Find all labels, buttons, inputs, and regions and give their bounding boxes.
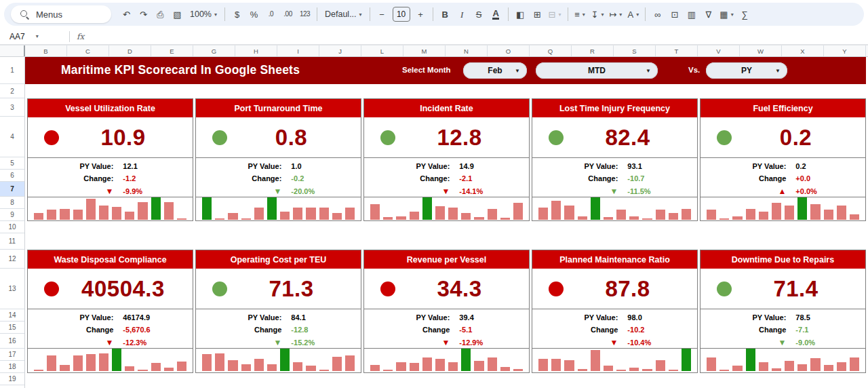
kpi-value-cell[interactable]: 34.3 bbox=[364, 269, 529, 309]
table-views-button[interactable]: ▦▾ bbox=[717, 5, 736, 23]
month-dropdown[interactable]: Feb ▼ bbox=[463, 62, 527, 79]
column-header-S[interactable]: S bbox=[614, 45, 656, 56]
insert-chart-button[interactable]: ▥ bbox=[683, 5, 700, 23]
kpi-stats-cell[interactable]: PY Value:93.1Change:-10.7▼-11.5% bbox=[532, 158, 697, 197]
kpi-card[interactable]: Vessel Utilization Rate10.9PY Value:12.1… bbox=[27, 98, 193, 221]
column-header-G[interactable]: G bbox=[193, 45, 235, 56]
menus-search[interactable]: Menus bbox=[11, 5, 111, 23]
kpi-card-title-cell[interactable]: Port Turnaround Time bbox=[196, 99, 361, 117]
kpi-value-cell[interactable]: 40504.3 bbox=[28, 269, 193, 309]
increase-font-size-button[interactable]: + bbox=[412, 5, 429, 23]
row-header-1[interactable]: 1 bbox=[0, 57, 24, 84]
insert-link-button[interactable]: ∞ bbox=[649, 5, 666, 23]
row-header-2[interactable]: 2 bbox=[0, 84, 24, 98]
decrease-font-size-button[interactable]: − bbox=[374, 5, 391, 23]
kpi-value-cell[interactable]: 87.8 bbox=[532, 269, 697, 309]
kpi-card-title-cell[interactable]: Vessel Utilization Rate bbox=[28, 99, 193, 117]
kpi-card-title-cell[interactable]: Waste Disposal Compliance bbox=[28, 250, 193, 269]
text-color-button[interactable]: A bbox=[488, 5, 505, 23]
row-header-14[interactable]: 14 bbox=[0, 309, 24, 322]
print-button[interactable]: ⎙ bbox=[152, 5, 169, 23]
horizontal-align-button[interactable]: ≡▾ bbox=[572, 5, 589, 23]
row-header-6[interactable]: 6 bbox=[0, 170, 24, 182]
kpi-card[interactable]: Downtime Due to Repairs71.4PY Value:78.5… bbox=[700, 250, 866, 373]
row-header-10[interactable]: 10 bbox=[0, 221, 24, 233]
increase-decimals-button[interactable]: .00 bbox=[279, 5, 296, 23]
fill-color-button[interactable]: ◧ bbox=[512, 5, 529, 23]
select-all-corner[interactable] bbox=[0, 45, 25, 56]
column-header-J[interactable]: J bbox=[319, 45, 361, 56]
row-header-7[interactable]: 7 bbox=[0, 182, 24, 197]
kpi-value-cell[interactable]: 0.2 bbox=[701, 117, 865, 158]
column-header-B[interactable]: B bbox=[25, 45, 67, 56]
zoom-select[interactable]: 100%▾ bbox=[186, 5, 221, 23]
create-filter-button[interactable]: ∇ bbox=[700, 5, 717, 23]
kpi-stats-cell[interactable]: PY Value:78.5Change-7.1▼-9.0% bbox=[701, 309, 865, 349]
column-header-O[interactable]: O bbox=[488, 45, 530, 56]
column-header-Q[interactable]: Q bbox=[530, 45, 572, 56]
kpi-card[interactable]: Port Turnaround Time0.8PY Value:1.0Chang… bbox=[195, 98, 361, 221]
row-header-17[interactable]: 17 bbox=[0, 349, 24, 361]
kpi-value-cell[interactable]: 12.8 bbox=[364, 117, 529, 158]
more-formats-button[interactable]: 123 bbox=[296, 5, 313, 23]
row-header-16[interactable]: 16 bbox=[0, 334, 24, 349]
column-header-C[interactable]: C bbox=[67, 45, 109, 56]
font-select[interactable]: Defaul...▾ bbox=[321, 5, 366, 23]
kpi-value-cell[interactable]: 82.4 bbox=[532, 117, 697, 158]
undo-button[interactable]: ↶ bbox=[118, 5, 135, 23]
kpi-stats-cell[interactable]: PY Value:1.0Change:-0.2▼-20.0% bbox=[196, 158, 361, 197]
row-header-19[interactable]: 19 bbox=[0, 373, 24, 385]
column-header-T[interactable]: T bbox=[656, 45, 698, 56]
column-header-X[interactable]: X bbox=[782, 45, 824, 56]
period-dropdown[interactable]: MTD ▼ bbox=[536, 62, 658, 79]
kpi-stats-cell[interactable]: PY Value:98.0Change-10.2▼-10.4% bbox=[532, 309, 697, 349]
kpi-card-title-cell[interactable]: Downtime Due to Repairs bbox=[701, 250, 865, 269]
row-header-8[interactable]: 8 bbox=[0, 197, 24, 209]
column-header-R[interactable]: R bbox=[572, 45, 614, 56]
row-header-11[interactable]: 11 bbox=[0, 233, 24, 250]
functions-button[interactable]: ∑ bbox=[736, 5, 753, 23]
vertical-align-button[interactable]: ↧▾ bbox=[589, 5, 607, 23]
column-header-Y[interactable]: Y bbox=[824, 45, 866, 56]
strikethrough-button[interactable]: S bbox=[471, 5, 488, 23]
kpi-stats-cell[interactable]: PY Value:39.4Change-5.1▼-12.9% bbox=[364, 309, 529, 349]
kpi-stats-cell[interactable]: PY Value:84.1Change-12.8▼-15.2% bbox=[196, 309, 361, 349]
column-header-M[interactable]: M bbox=[403, 45, 446, 56]
kpi-stats-cell[interactable]: PY Value:14.9Change:-2.1▼-14.1% bbox=[364, 158, 529, 197]
column-header-H[interactable]: H bbox=[235, 45, 277, 56]
row-header-12[interactable]: 12 bbox=[0, 250, 24, 269]
name-box[interactable]: AA7 ▾ bbox=[0, 32, 62, 41]
column-header-V[interactable]: V bbox=[698, 45, 740, 56]
kpi-card-title-cell[interactable]: Revenue per Vessel bbox=[364, 250, 529, 269]
redo-button[interactable]: ↷ bbox=[135, 5, 152, 23]
text-rotation-button[interactable]: A▾ bbox=[625, 5, 642, 23]
column-header-D[interactable]: D bbox=[109, 45, 151, 56]
italic-button[interactable]: I bbox=[454, 5, 471, 23]
font-size-input[interactable]: 10 bbox=[393, 7, 410, 22]
currency-format-button[interactable]: $ bbox=[229, 5, 245, 23]
row-header-3[interactable]: 3 bbox=[0, 98, 24, 117]
kpi-card[interactable]: Fuel Efficiency0.2PY Value:0.2Change+0.0… bbox=[700, 98, 866, 221]
kpi-card-title-cell[interactable]: Operating Cost per TEU bbox=[196, 250, 361, 269]
kpi-value-cell[interactable]: 10.9 bbox=[28, 117, 193, 158]
kpi-value-cell[interactable]: 71.3 bbox=[196, 269, 361, 309]
kpi-card[interactable]: Waste Disposal Compliance40504.3PY Value… bbox=[27, 250, 193, 373]
kpi-card-title-cell[interactable]: Incident Rate bbox=[364, 99, 529, 117]
kpi-card[interactable]: Planned Maintenance Ratio87.8PY Value:98… bbox=[532, 250, 698, 373]
column-header-L[interactable]: L bbox=[361, 45, 403, 56]
text-wrapping-button[interactable]: ↦▾ bbox=[606, 5, 625, 23]
paint-format-button[interactable]: ▧ bbox=[169, 5, 186, 23]
kpi-value-cell[interactable]: 71.4 bbox=[701, 269, 865, 309]
kpi-card[interactable]: Operating Cost per TEU71.3PY Value:84.1C… bbox=[195, 250, 361, 373]
kpi-card-title-cell[interactable]: Fuel Efficiency bbox=[701, 99, 865, 117]
percent-format-button[interactable]: % bbox=[245, 5, 262, 23]
decrease-decimals-button[interactable]: .0 bbox=[262, 5, 279, 23]
column-header-E[interactable]: E bbox=[151, 45, 193, 56]
dashboard-banner[interactable]: Maritime KPI Scorecard In Google Sheets … bbox=[25, 57, 866, 84]
kpi-stats-cell[interactable]: PY Value:0.2Change+0.0▲+0.0% bbox=[701, 158, 865, 197]
row-header-4[interactable]: 4 bbox=[0, 117, 24, 157]
row-header-18[interactable]: 18 bbox=[0, 361, 24, 373]
kpi-stats-cell[interactable]: PY Value:12.1Change:-1.2▼-9.9% bbox=[28, 158, 193, 197]
comparison-dropdown[interactable]: PY ▼ bbox=[706, 62, 787, 79]
kpi-card-title-cell[interactable]: Planned Maintenance Ratio bbox=[532, 250, 697, 269]
